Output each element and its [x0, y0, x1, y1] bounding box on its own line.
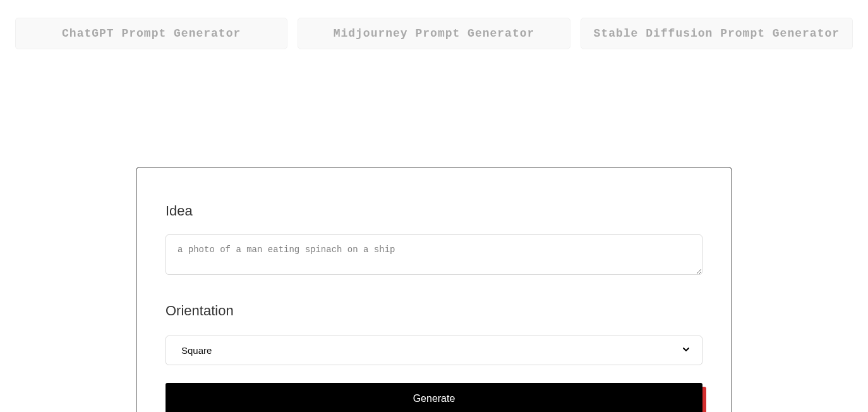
tab-chatgpt[interactable]: ChatGPT Prompt Generator	[15, 18, 287, 49]
prompt-form-card: Idea Orientation Square Generate	[136, 167, 732, 412]
orientation-label: Orientation	[166, 303, 702, 319]
orientation-select[interactable]: Square	[166, 336, 702, 365]
tab-midjourney[interactable]: Midjourney Prompt Generator	[298, 18, 570, 49]
orientation-select-wrap: Square	[166, 336, 702, 365]
generate-row: Generate	[166, 383, 702, 412]
generator-tabs: ChatGPT Prompt Generator Midjourney Prom…	[0, 0, 868, 49]
generate-button[interactable]: Generate	[166, 383, 702, 412]
idea-label: Idea	[166, 203, 702, 219]
idea-input[interactable]	[166, 234, 702, 275]
tab-stable-diffusion[interactable]: Stable Diffusion Prompt Generator	[581, 18, 853, 49]
